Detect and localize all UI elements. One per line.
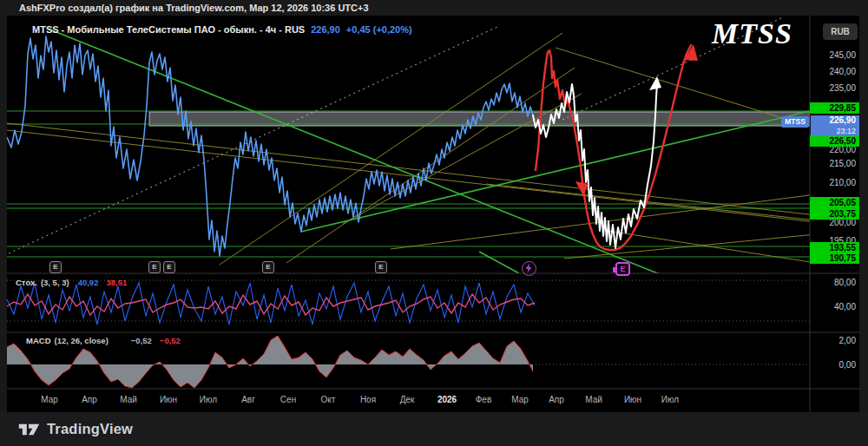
currency-toggle-button[interactable]: RUB <box>823 23 858 40</box>
earnings-marker[interactable]: E <box>148 261 161 273</box>
stoch-params: (3, 5, 3) <box>41 278 69 287</box>
price-axis-label: 245,00 <box>810 49 859 61</box>
time-axis-label: Сен <box>269 395 307 404</box>
time-axis-label: Дек <box>388 395 426 404</box>
price-axis-label: 235,00 <box>810 82 859 94</box>
legend-last-price: 226,90 <box>311 24 340 35</box>
macd-legend[interactable]: MACD(12, 26, close)−0,52−0,52 <box>26 336 181 345</box>
price-axis-label: 215,00 <box>810 158 859 169</box>
macd-title: MACD <box>26 336 51 345</box>
last-price-label: 226,90 23:12 <box>811 115 859 136</box>
price-axis[interactable]: 226,90 23:12 245,00240,00235,00220,00215… <box>810 16 859 389</box>
earnings-marker[interactable]: E <box>262 261 274 273</box>
time-axis-label: Авг <box>229 395 267 404</box>
time-axis-label: Май <box>575 395 613 404</box>
price-level-label: 205,05 <box>810 197 859 208</box>
symbol-legend[interactable]: MTSS - Мобильные ТелеСистемы ПАО - обыкн… <box>32 24 412 35</box>
time-axis-label: Мар <box>30 395 69 404</box>
legend-change: +0,45 (+0,20%) <box>346 24 412 35</box>
time-axis-label: Фев <box>464 395 503 404</box>
symbol-title: MTSS - Мобильные ТелеСистемы ПАО - обыкн… <box>32 24 305 35</box>
earnings-marker[interactable]: E <box>375 261 387 273</box>
macd-signal-value: −0,52 <box>160 336 181 345</box>
price-axis-label: 0,00 <box>810 359 859 371</box>
time-axis-label: Июл <box>651 395 689 404</box>
time-axis-label: 2026 <box>428 395 466 404</box>
chart-canvas[interactable] <box>7 16 859 412</box>
earnings-marker[interactable]: E <box>49 261 62 273</box>
bar-countdown: 23:12 <box>811 126 856 136</box>
earnings-event-icon[interactable]: E <box>615 262 630 276</box>
price-axis-label: 240,00 <box>810 66 859 77</box>
time-axis-label: Окт <box>309 395 347 404</box>
tradingview-logo-icon[interactable] <box>17 420 41 439</box>
symbol-price-tag: MTSS <box>781 116 809 128</box>
stoch-title: Стох. <box>16 278 37 287</box>
stoch-k-value: 40,92 <box>78 278 99 287</box>
price-axis-label: 2,00 <box>810 335 859 346</box>
attribution-text: AshFXPro создал(а) график на TradingView… <box>19 3 369 13</box>
bottom-bar: TradingView <box>0 412 868 446</box>
time-axis-label: Ноя <box>349 395 387 404</box>
macd-hist-value: −0,52 <box>131 336 152 345</box>
time-axis-label: Июл <box>189 395 227 404</box>
price-axis-label: 80,00 <box>810 277 859 288</box>
stoch-legend[interactable]: Стох.(3, 5, 3)40,9238,51 <box>16 278 127 287</box>
time-axis-label: Апр <box>537 395 575 404</box>
stoch-d-value: 38,51 <box>106 278 127 287</box>
tradingview-wordmark[interactable]: TradingView <box>47 421 133 437</box>
time-axis[interactable]: МарАпрМайИюнИюлАвгСенОктНояДек2026ФевМар… <box>7 389 810 412</box>
macd-params: (12, 26, close) <box>55 336 108 345</box>
last-price-value: 226,90 <box>829 115 856 125</box>
flash-event-icon[interactable] <box>522 261 536 276</box>
time-axis-label: Мар <box>501 395 539 404</box>
time-axis-label: Май <box>109 395 148 404</box>
time-axis-label: Апр <box>70 395 108 404</box>
time-axis-label: Июн <box>149 395 187 404</box>
price-axis-label: 40,00 <box>810 301 859 312</box>
price-axis-label: 210,00 <box>810 177 859 188</box>
tradingview-snapshot: AshFXPro создал(а) график на TradingView… <box>0 0 868 446</box>
time-axis-label: Июн <box>614 395 652 404</box>
price-level-label: 229,85 <box>810 102 859 114</box>
earnings-marker[interactable]: E <box>163 261 175 273</box>
price-level-label: 226,50 <box>810 135 859 147</box>
symbol-watermark: MTSS <box>712 17 792 50</box>
price-level-label: 203,75 <box>810 208 859 220</box>
price-level-label: 190,75 <box>810 253 859 264</box>
